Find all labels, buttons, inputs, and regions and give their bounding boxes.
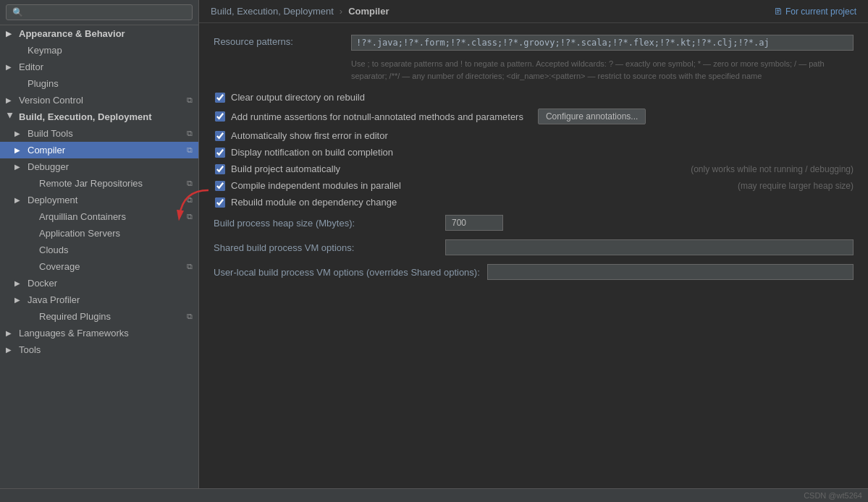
- arrow-icon: [14, 80, 23, 88]
- resource-patterns-row: Resource patterns:: [214, 35, 854, 51]
- build-auto-label: Build project automatically: [231, 163, 340, 174]
- display-notification-checkbox[interactable]: [215, 148, 225, 158]
- checkbox-rebuild-dependency: Rebuild module on dependency change: [214, 197, 854, 208]
- breadcrumb-current: Compiler: [348, 6, 389, 17]
- arrow-icon: [26, 179, 35, 187]
- add-runtime-label: Add runtime assertions for notnull-annot…: [231, 111, 523, 122]
- sidebar-item-remote-jar[interactable]: Remote Jar Repositories ⧉: [0, 175, 198, 192]
- auto-show-error-label: Automatically show first error in editor: [231, 130, 388, 141]
- arrow-icon: [26, 312, 35, 320]
- sidebar-item-label: Version Control: [19, 95, 83, 106]
- arrow-icon: [26, 213, 35, 221]
- sidebar-item-keymap[interactable]: Keymap: [0, 42, 198, 59]
- sidebar-item-label: Remote Jar Repositories: [39, 178, 143, 189]
- rebuild-dependency-checkbox[interactable]: [215, 197, 225, 208]
- add-runtime-checkbox[interactable]: [215, 111, 225, 122]
- arrow-icon: ▶: [14, 296, 23, 304]
- compile-parallel-note: (may require larger heap size): [738, 181, 854, 191]
- bottom-bar: CSDN @wt5264: [0, 488, 868, 502]
- sidebar-item-label: Tools: [19, 344, 41, 355]
- sidebar-item-clouds[interactable]: Clouds: [0, 242, 198, 258]
- sidebar-item-deployment[interactable]: ▶ Deployment ⧉: [0, 192, 198, 208]
- arrow-icon: ▶: [6, 30, 14, 38]
- main-content: Build, Execution, Deployment › Compiler …: [199, 0, 868, 488]
- bottom-bar-text: CSDN @wt5264: [804, 491, 862, 500]
- sidebar-item-label: Debugger: [28, 161, 69, 172]
- resource-patterns-input[interactable]: [351, 35, 854, 51]
- sidebar-item-tools[interactable]: ▶ Tools: [0, 341, 198, 358]
- arrow-icon: [26, 246, 35, 254]
- sidebar-item-label: Coverage: [39, 261, 80, 272]
- breadcrumb-parent[interactable]: Build, Execution, Deployment: [211, 6, 334, 17]
- sidebar-item-debugger[interactable]: ▶ Debugger: [0, 158, 198, 175]
- sidebar-item-label: Java Profiler: [28, 294, 80, 305]
- sidebar-item-app-servers[interactable]: Application Servers: [0, 225, 198, 242]
- user-vm-label: User-local build process VM options (ove…: [214, 267, 480, 278]
- sidebar-item-coverage[interactable]: Coverage ⧉: [0, 258, 198, 275]
- sidebar-item-build-exec-deploy[interactable]: ▶ Build, Execution, Deployment: [0, 109, 198, 125]
- arrow-icon: [14, 46, 23, 54]
- sidebar-item-label: Docker: [28, 278, 57, 289]
- heap-size-row: Build process heap size (Mbytes):: [214, 215, 854, 231]
- build-auto-checkbox[interactable]: [215, 164, 225, 174]
- project-link-icon: 🖹: [774, 7, 783, 17]
- sidebar-item-build-tools[interactable]: ▶ Build Tools ⧉: [0, 125, 198, 142]
- resource-patterns-hint: Use ; to separate patterns and ! to nega…: [351, 58, 854, 82]
- copy-icon: ⧉: [187, 262, 193, 271]
- shared-vm-input[interactable]: [445, 239, 854, 255]
- arrow-icon: ▶: [14, 279, 23, 287]
- sidebar-item-languages[interactable]: ▶ Languages & Frameworks: [0, 325, 198, 341]
- breadcrumb-separator: ›: [340, 6, 342, 17]
- sidebar-item-label: Arquillian Containers: [39, 211, 126, 222]
- shared-vm-label: Shared build process VM options:: [214, 242, 438, 253]
- clear-output-checkbox[interactable]: [215, 93, 225, 103]
- copy-icon: ⧉: [187, 179, 193, 188]
- checkbox-add-runtime: Add runtime assertions for notnull-annot…: [214, 109, 854, 124]
- auto-show-error-checkbox[interactable]: [215, 131, 225, 141]
- copy-icon: ⧉: [187, 145, 193, 155]
- checkbox-display-notification: Display notification on build completion: [214, 147, 854, 158]
- sidebar-item-editor[interactable]: ▶ Editor: [0, 59, 198, 75]
- sidebar-item-docker[interactable]: ▶ Docker: [0, 275, 198, 292]
- checkbox-build-auto: Build project automatically (only works …: [214, 163, 854, 174]
- rebuild-dependency-label: Rebuild module on dependency change: [231, 197, 397, 208]
- configure-annotations-button[interactable]: Configure annotations...: [538, 109, 646, 124]
- sidebar-item-label: Build, Execution, Deployment: [19, 111, 151, 122]
- sidebar-item-compiler[interactable]: ▶ Compiler ⧉: [0, 142, 198, 158]
- checkbox-compile-parallel: Compile independent modules in parallel …: [214, 180, 854, 191]
- project-link[interactable]: 🖹 For current project: [774, 7, 856, 17]
- sidebar-item-label: Deployment: [28, 195, 77, 205]
- checkbox-clear-output: Clear output directory on rebuild: [214, 92, 854, 103]
- heap-size-input[interactable]: [445, 215, 503, 231]
- search-box[interactable]: [0, 0, 198, 25]
- arrow-icon: ▶: [6, 96, 14, 104]
- user-vm-row: User-local build process VM options (ove…: [214, 264, 854, 280]
- compile-parallel-checkbox[interactable]: [215, 181, 225, 191]
- sidebar-item-label: Application Servers: [39, 228, 120, 239]
- breadcrumb: Build, Execution, Deployment › Compiler …: [199, 0, 868, 23]
- shared-vm-row: Shared build process VM options:: [214, 239, 854, 255]
- sidebar-item-label: Build Tools: [28, 128, 73, 139]
- arrow-icon: ▶: [7, 113, 14, 122]
- project-link-text[interactable]: For current project: [785, 7, 856, 17]
- arrow-icon: ▶: [14, 146, 23, 154]
- user-vm-input[interactable]: [487, 264, 854, 280]
- sidebar-item-required-plugins[interactable]: Required Plugins ⧉: [0, 308, 198, 325]
- arrow-icon: ▶: [14, 129, 23, 137]
- sidebar-item-arquillian[interactable]: Arquillian Containers ⧉: [0, 208, 198, 225]
- copy-icon: ⧉: [187, 212, 193, 221]
- sidebar-item-plugins[interactable]: Plugins: [0, 75, 198, 92]
- arrow-icon: ▶: [6, 63, 14, 71]
- copy-icon: ⧉: [187, 129, 193, 138]
- arrow-icon: [26, 229, 35, 237]
- copy-icon: ⧉: [187, 95, 193, 105]
- arrow-icon: ▶: [6, 329, 14, 337]
- copy-icon: ⧉: [187, 312, 193, 321]
- sidebar-item-version-control[interactable]: ▶ Version Control ⧉: [0, 92, 198, 109]
- display-notification-label: Display notification on build completion: [231, 147, 393, 158]
- build-auto-note: (only works while not running / debuggin…: [691, 164, 854, 174]
- search-input[interactable]: [6, 4, 193, 20]
- sidebar-item-java-profiler[interactable]: ▶ Java Profiler: [0, 292, 198, 308]
- arrow-icon: [26, 263, 35, 271]
- sidebar-item-appearance[interactable]: ▶ Appearance & Behavior: [0, 25, 198, 42]
